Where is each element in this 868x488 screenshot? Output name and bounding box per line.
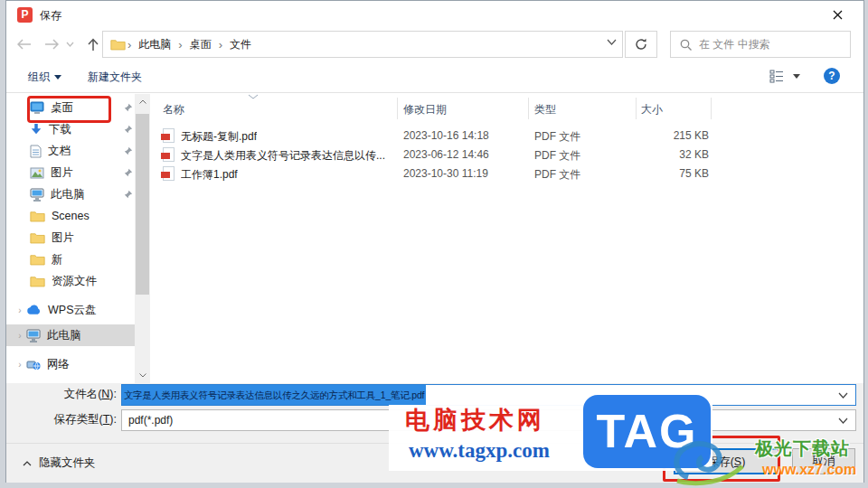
column-divider[interactable] [528, 98, 529, 119]
folder-icon [30, 275, 45, 287]
sidebar-item-label: 图片 [52, 230, 74, 246]
title-bar: P 保存 [6, 1, 863, 28]
refresh-button[interactable] [625, 31, 657, 58]
label-text: 保存类型( [54, 413, 103, 426]
sidebar-item-label: 图片 [51, 165, 73, 181]
breadcrumb-this-pc[interactable]: 此电脑 [133, 37, 176, 52]
address-bar[interactable]: › 此电脑 › 桌面 › 文件 [102, 31, 623, 58]
pdf-file-icon [163, 166, 175, 181]
sidebar-item-label: 文档 [48, 144, 71, 159]
column-header-date[interactable]: 修改日期 [403, 102, 447, 117]
cancel-button[interactable]: 取消 [792, 448, 855, 474]
scrollbar-thumb[interactable] [136, 114, 149, 295]
filename-selected-text: 文字是人类用表义符号记录表达信息以传之久远的方式和工具_1_笔记.pdf [122, 385, 426, 405]
savetype-dropdown[interactable] [838, 418, 848, 424]
file-name: 工作簿1.pdf [181, 167, 238, 183]
chevron-down-icon [66, 42, 74, 47]
savetype-select[interactable]: pdf(*.pdf) [121, 409, 856, 431]
help-button[interactable]: ? [824, 68, 840, 84]
chevron-down-icon [54, 75, 61, 80]
column-divider[interactable] [397, 98, 398, 119]
refresh-icon [635, 38, 647, 51]
document-icon [30, 145, 42, 158]
pin-icon [124, 168, 133, 177]
scroll-up-button[interactable] [135, 94, 150, 109]
help-icon: ? [828, 70, 835, 82]
sidebar-item-this-pc[interactable]: › 此电脑 [6, 324, 135, 346]
column-header-size[interactable]: 大小 [641, 102, 663, 117]
file-type: PDF 文件 [534, 167, 580, 183]
sidebar-item-resources[interactable]: 资源文件 [6, 270, 135, 292]
column-header-type[interactable]: 类型 [534, 102, 556, 117]
file-type: PDF 文件 [534, 148, 580, 164]
sidebar-item-pictures-folder[interactable]: 图片 [6, 227, 135, 249]
forward-button[interactable] [41, 33, 62, 55]
hide-folders-button[interactable]: 隐藏文件夹 [23, 455, 96, 471]
search-input[interactable] [699, 38, 835, 51]
expand-chevron-icon[interactable]: › [14, 360, 26, 370]
forward-arrow-icon [44, 39, 59, 50]
scroll-down-button[interactable] [135, 368, 150, 383]
address-dropdown[interactable] [607, 39, 617, 45]
sidebar-scrollbar[interactable] [135, 94, 150, 383]
file-row[interactable]: 工作簿1.pdf 2023-10-30 11:19 PDF 文件 75 KB [150, 164, 863, 183]
view-options-button[interactable] [769, 69, 800, 83]
savetype-value: pdf(*.pdf) [128, 414, 173, 427]
chevron-down-icon [607, 39, 617, 45]
sidebar-item-pictures[interactable]: 图片 [6, 162, 135, 183]
sidebar-item-new-folder[interactable]: 新 [6, 249, 135, 270]
hide-folders-label: 隐藏文件夹 [39, 455, 96, 471]
history-dropdown[interactable] [62, 33, 77, 55]
new-folder-label: 新建文件夹 [88, 70, 142, 83]
navigation-bar: › 此电脑 › 桌面 › 文件 [6, 29, 863, 60]
expand-chevron-icon[interactable]: › [14, 305, 26, 315]
pdf-app-icon: P [17, 7, 33, 23]
pdf-file-icon [163, 147, 175, 162]
breadcrumb-desktop[interactable]: 桌面 [184, 37, 217, 52]
close-button[interactable] [818, 1, 856, 28]
sidebar-item-documents[interactable]: 文档 [6, 140, 135, 162]
save-dialog: P 保存 › 此电脑 › 桌面 › 文件 [0, 0, 868, 488]
sidebar-item-wps-cloud[interactable]: › WPS云盘 [6, 299, 135, 321]
new-folder-button[interactable]: 新建文件夹 [88, 70, 142, 85]
organize-button[interactable]: 组织 [28, 70, 61, 85]
column-divider[interactable] [636, 98, 637, 119]
filename-label: 文件名(N): [6, 383, 117, 405]
sidebar-item-label: 网络 [47, 357, 70, 372]
details-view-icon [769, 69, 784, 83]
folder-icon [110, 38, 126, 51]
file-date: 2023-10-30 11:19 [403, 167, 488, 180]
close-icon [833, 10, 843, 20]
file-name: 文字是人类用表义符号记录表达信息以传... [181, 148, 385, 164]
sidebar-item-scenes[interactable]: Scenes [6, 205, 135, 227]
breadcrumb-files[interactable]: 文件 [224, 37, 257, 52]
file-row[interactable]: 文字是人类用表义符号记录表达信息以传... 2023-06-12 14:46 P… [150, 145, 863, 164]
main-area: 桌面 下载 文档 图片 此电脑 [6, 94, 863, 383]
sidebar-item-network[interactable]: › 网络 [6, 353, 135, 375]
filename-dropdown[interactable] [838, 392, 848, 399]
column-header-name[interactable]: 名称 [163, 102, 184, 117]
annotation-box-save [663, 436, 780, 482]
pdf-file-icon [163, 128, 175, 143]
search-box[interactable] [670, 31, 851, 58]
expand-chevron-icon[interactable]: › [14, 331, 26, 341]
label-text: ): [109, 388, 117, 400]
command-toolbar: 组织 新建文件夹 ? [6, 61, 863, 93]
window-edge-bottom [0, 483, 868, 488]
computer-icon [26, 329, 41, 343]
sidebar-item-this-pc-pinned[interactable]: 此电脑 [6, 183, 135, 205]
back-arrow-icon [17, 39, 32, 50]
filename-input[interactable]: 文字是人类用表义符号记录表达信息以传之久远的方式和工具_1_笔记.pdf [121, 384, 856, 406]
file-size: 215 KB [620, 129, 709, 142]
folder-icon [30, 210, 45, 222]
sidebar-item-label: 此电脑 [51, 187, 85, 202]
file-type: PDF 文件 [534, 129, 580, 145]
file-row[interactable]: 无标题-复制.pdf 2023-10-16 14:18 PDF 文件 215 K… [150, 127, 863, 145]
column-divider[interactable] [711, 98, 712, 119]
file-size: 75 KB [620, 167, 709, 180]
up-button[interactable] [82, 33, 104, 55]
pin-icon [124, 146, 133, 155]
back-button[interactable] [14, 33, 35, 55]
chevron-down-icon [793, 74, 800, 79]
sidebar: 桌面 下载 文档 图片 此电脑 [6, 94, 135, 383]
